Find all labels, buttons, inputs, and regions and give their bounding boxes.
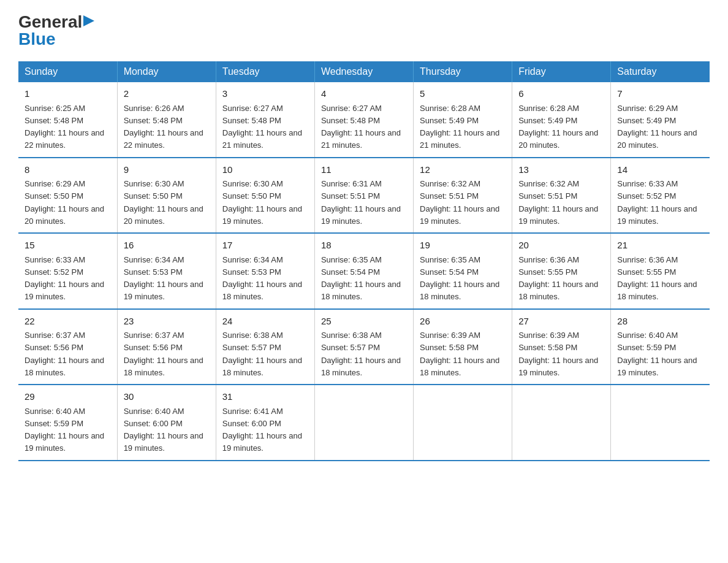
day-info: Sunrise: 6:30 AMSunset: 5:50 PMDaylight:… [124, 179, 203, 226]
header-wednesday: Wednesday [314, 61, 413, 82]
day-info: Sunrise: 6:33 AMSunset: 5:52 PMDaylight:… [25, 255, 104, 302]
calendar-cell [512, 385, 611, 461]
day-number: 28 [617, 315, 703, 329]
week-row-4: 29Sunrise: 6:40 AMSunset: 5:59 PMDayligh… [18, 385, 710, 461]
day-info: Sunrise: 6:35 AMSunset: 5:54 PMDaylight:… [321, 255, 401, 302]
day-info: Sunrise: 6:39 AMSunset: 5:58 PMDaylight:… [420, 331, 499, 377]
day-number: 30 [124, 390, 210, 404]
calendar-cell: 26Sunrise: 6:39 AMSunset: 5:58 PMDayligh… [414, 309, 512, 385]
day-number: 5 [420, 87, 506, 101]
day-number: 11 [321, 163, 407, 177]
day-number: 3 [222, 87, 308, 101]
day-info: Sunrise: 6:27 AMSunset: 5:48 PMDaylight:… [321, 104, 401, 150]
header-sunday: Sunday [18, 61, 117, 82]
day-number: 21 [617, 239, 703, 253]
day-number: 2 [124, 87, 210, 101]
day-number: 13 [518, 163, 604, 177]
week-row-2: 15Sunrise: 6:33 AMSunset: 5:52 PMDayligh… [18, 233, 710, 309]
day-info: Sunrise: 6:40 AMSunset: 5:59 PMDaylight:… [25, 407, 104, 453]
day-info: Sunrise: 6:33 AMSunset: 5:52 PMDaylight:… [617, 179, 697, 226]
calendar-cell: 29Sunrise: 6:40 AMSunset: 5:59 PMDayligh… [18, 385, 117, 461]
day-number: 7 [617, 87, 703, 101]
day-number: 1 [25, 87, 111, 101]
day-info: Sunrise: 6:28 AMSunset: 5:49 PMDaylight:… [518, 104, 598, 150]
calendar-cell: 21Sunrise: 6:36 AMSunset: 5:55 PMDayligh… [611, 233, 710, 309]
calendar-cell: 20Sunrise: 6:36 AMSunset: 5:55 PMDayligh… [512, 233, 611, 309]
calendar-cell: 9Sunrise: 6:30 AMSunset: 5:50 PMDaylight… [117, 158, 216, 234]
day-number: 6 [518, 87, 604, 101]
day-info: Sunrise: 6:27 AMSunset: 5:48 PMDaylight:… [222, 104, 302, 150]
header-tuesday: Tuesday [216, 61, 314, 82]
day-number: 18 [321, 239, 407, 253]
calendar-cell: 17Sunrise: 6:34 AMSunset: 5:53 PMDayligh… [216, 233, 314, 309]
calendar-cell: 28Sunrise: 6:40 AMSunset: 5:59 PMDayligh… [611, 309, 710, 385]
calendar-cell: 7Sunrise: 6:29 AMSunset: 5:49 PMDaylight… [611, 82, 710, 158]
calendar-cell [314, 385, 413, 461]
day-info: Sunrise: 6:40 AMSunset: 6:00 PMDaylight:… [124, 407, 203, 453]
day-number: 19 [420, 239, 506, 253]
calendar-cell: 15Sunrise: 6:33 AMSunset: 5:52 PMDayligh… [18, 233, 117, 309]
day-info: Sunrise: 6:36 AMSunset: 5:55 PMDaylight:… [617, 255, 697, 302]
day-number: 17 [222, 239, 308, 253]
day-info: Sunrise: 6:38 AMSunset: 5:57 PMDaylight:… [321, 331, 401, 377]
svg-marker-0 [83, 15, 94, 26]
day-info: Sunrise: 6:41 AMSunset: 6:00 PMDaylight:… [222, 407, 302, 453]
day-number: 27 [518, 315, 604, 329]
day-number: 22 [25, 315, 111, 329]
day-number: 29 [25, 390, 111, 404]
day-info: Sunrise: 6:29 AMSunset: 5:50 PMDaylight:… [25, 179, 104, 226]
calendar-cell: 30Sunrise: 6:40 AMSunset: 6:00 PMDayligh… [117, 385, 216, 461]
logo: General Blue [18, 12, 94, 49]
day-info: Sunrise: 6:37 AMSunset: 5:56 PMDaylight:… [25, 331, 104, 377]
day-number: 24 [222, 315, 308, 329]
day-info: Sunrise: 6:26 AMSunset: 5:48 PMDaylight:… [124, 104, 203, 150]
header-thursday: Thursday [414, 61, 512, 82]
calendar-cell: 8Sunrise: 6:29 AMSunset: 5:50 PMDaylight… [18, 158, 117, 234]
calendar-cell: 24Sunrise: 6:38 AMSunset: 5:57 PMDayligh… [216, 309, 314, 385]
calendar-cell: 2Sunrise: 6:26 AMSunset: 5:48 PMDaylight… [117, 82, 216, 158]
day-number: 26 [420, 315, 506, 329]
day-info: Sunrise: 6:29 AMSunset: 5:49 PMDaylight:… [617, 104, 697, 150]
calendar-cell: 31Sunrise: 6:41 AMSunset: 6:00 PMDayligh… [216, 385, 314, 461]
logo-triangle-icon [83, 15, 94, 26]
calendar-cell: 11Sunrise: 6:31 AMSunset: 5:51 PMDayligh… [314, 158, 413, 234]
calendar-cell: 23Sunrise: 6:37 AMSunset: 5:56 PMDayligh… [117, 309, 216, 385]
day-info: Sunrise: 6:32 AMSunset: 5:51 PMDaylight:… [518, 179, 598, 226]
day-info: Sunrise: 6:31 AMSunset: 5:51 PMDaylight:… [321, 179, 401, 226]
calendar-table: SundayMondayTuesdayWednesdayThursdayFrid… [18, 61, 710, 461]
day-info: Sunrise: 6:38 AMSunset: 5:57 PMDaylight:… [222, 331, 302, 377]
calendar-cell [611, 385, 710, 461]
day-info: Sunrise: 6:30 AMSunset: 5:50 PMDaylight:… [222, 179, 302, 226]
day-number: 9 [124, 163, 210, 177]
day-number: 16 [124, 239, 210, 253]
calendar-cell: 1Sunrise: 6:25 AMSunset: 5:48 PMDaylight… [18, 82, 117, 158]
calendar-cell: 16Sunrise: 6:34 AMSunset: 5:53 PMDayligh… [117, 233, 216, 309]
day-number: 4 [321, 87, 407, 101]
day-info: Sunrise: 6:28 AMSunset: 5:49 PMDaylight:… [420, 104, 499, 150]
day-info: Sunrise: 6:39 AMSunset: 5:58 PMDaylight:… [518, 331, 598, 377]
calendar-cell: 18Sunrise: 6:35 AMSunset: 5:54 PMDayligh… [314, 233, 413, 309]
day-info: Sunrise: 6:36 AMSunset: 5:55 PMDaylight:… [518, 255, 598, 302]
week-row-0: 1Sunrise: 6:25 AMSunset: 5:48 PMDaylight… [18, 82, 710, 158]
day-info: Sunrise: 6:25 AMSunset: 5:48 PMDaylight:… [25, 104, 104, 150]
calendar-cell: 14Sunrise: 6:33 AMSunset: 5:52 PMDayligh… [611, 158, 710, 234]
day-number: 31 [222, 390, 308, 404]
day-number: 8 [25, 163, 111, 177]
day-number: 25 [321, 315, 407, 329]
day-info: Sunrise: 6:34 AMSunset: 5:53 PMDaylight:… [124, 255, 203, 302]
calendar-cell: 6Sunrise: 6:28 AMSunset: 5:49 PMDaylight… [512, 82, 611, 158]
calendar-cell [414, 385, 512, 461]
calendar-cell: 22Sunrise: 6:37 AMSunset: 5:56 PMDayligh… [18, 309, 117, 385]
week-row-1: 8Sunrise: 6:29 AMSunset: 5:50 PMDaylight… [18, 158, 710, 234]
day-number: 10 [222, 163, 308, 177]
day-number: 14 [617, 163, 703, 177]
calendar-cell: 5Sunrise: 6:28 AMSunset: 5:49 PMDaylight… [414, 82, 512, 158]
day-number: 15 [25, 239, 111, 253]
calendar-cell: 13Sunrise: 6:32 AMSunset: 5:51 PMDayligh… [512, 158, 611, 234]
calendar-cell: 10Sunrise: 6:30 AMSunset: 5:50 PMDayligh… [216, 158, 314, 234]
header-saturday: Saturday [611, 61, 710, 82]
day-info: Sunrise: 6:34 AMSunset: 5:53 PMDaylight:… [222, 255, 302, 302]
page-header: General Blue [18, 12, 710, 49]
calendar-cell: 4Sunrise: 6:27 AMSunset: 5:48 PMDaylight… [314, 82, 413, 158]
week-row-3: 22Sunrise: 6:37 AMSunset: 5:56 PMDayligh… [18, 309, 710, 385]
